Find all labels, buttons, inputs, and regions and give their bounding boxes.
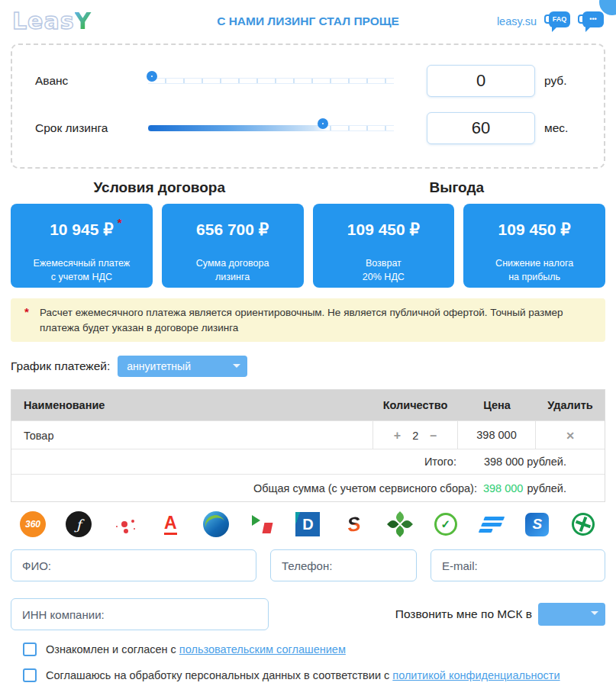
card-monthly-label-1: Ежемесячный платеж	[11, 257, 153, 271]
card-vat-value: 109 450 ₽	[347, 221, 420, 239]
privacy-link[interactable]: политикой конфиденциальности	[392, 669, 560, 681]
terms-link[interactable]: пользовательским соглашением	[179, 643, 346, 655]
chat-icon[interactable]: •••	[578, 10, 604, 33]
card-asterisk: *	[118, 216, 122, 229]
table-header-row: Наименование Количество Цена Удалить	[11, 390, 605, 420]
card-tax-label-1: Снижение налога	[463, 257, 605, 271]
card-monthly-value: 10 945 ₽	[50, 221, 113, 238]
grand-total-label: Общая сумма (с учетом сервисного сбора):	[253, 482, 477, 494]
schedule-select[interactable]: аннуитетный	[118, 356, 247, 377]
bank-alfa-icon[interactable]: А	[156, 510, 185, 538]
agreement-row-terms: Ознакомлен и согласен с пользовательским…	[23, 643, 605, 656]
call-time-label: Позвонить мне по МСК в	[395, 607, 532, 621]
table-row: Товар + 2 – 398 000 ✕	[11, 420, 605, 449]
header: LeasY С НАМИ ЛИЗИНГ СТАЛ ПРОЩЕ leasy.su …	[0, 0, 616, 42]
chevron-down-icon	[233, 364, 240, 368]
grand-total-row: Общая сумма (с учетом сервисного сбора):…	[11, 474, 605, 501]
term-slider[interactable]	[148, 118, 394, 139]
terms-checkbox[interactable]	[23, 643, 37, 656]
faq-bubble-icon: FAQ	[549, 11, 570, 27]
card-contract-sum: 656 700 ₽ Сумма договора лизинга	[162, 204, 304, 288]
logo-text-leas: Leas	[12, 8, 75, 34]
bank-fora-icon[interactable]: ƒ	[64, 510, 93, 538]
advance-label: Аванс	[35, 74, 148, 88]
quantity-stepper: + 2 –	[373, 421, 458, 449]
privacy-checkbox[interactable]	[23, 668, 37, 682]
total-value: 398 000 рублей.	[484, 456, 566, 468]
total-label: Итого:	[424, 456, 456, 468]
advance-row: Аванс руб.	[35, 57, 581, 105]
bank-cross-icon[interactable]	[569, 510, 598, 538]
col-header-qty: Количество	[373, 399, 458, 411]
chat-bubble-icon: •••	[582, 11, 604, 27]
bank-s-blue-icon[interactable]: S	[523, 510, 552, 538]
advance-unit: руб.	[544, 74, 581, 88]
terms-text: Ознакомлен и согласен с	[46, 643, 176, 655]
partner-logos: 360 ƒ А D S ✓ S	[18, 510, 598, 539]
delete-row-icon[interactable]: ✕	[566, 430, 575, 442]
disclaimer-text: Расчет ежемесячного платежа является ори…	[40, 307, 563, 333]
card-contract-label-1: Сумма договора	[162, 257, 304, 271]
call-time-select[interactable]	[538, 603, 605, 626]
card-contract-label-2: лизинга	[162, 271, 304, 285]
card-vat-label-1: Возврат	[313, 257, 455, 271]
total-row: Итого: 398 000 рублей.	[11, 449, 605, 474]
chevron-down-icon	[591, 611, 598, 615]
goods-table: Наименование Количество Цена Удалить Тов…	[11, 389, 605, 502]
advance-slider-handle[interactable]	[147, 71, 157, 82]
col-header-delete: Удалить	[536, 399, 605, 411]
bank-leaf-icon[interactable]	[385, 510, 414, 538]
term-unit: мес.	[544, 121, 581, 135]
advance-slider-track[interactable]	[148, 78, 394, 84]
schedule-label: График платежей:	[11, 359, 110, 373]
site-link[interactable]: leasy.su	[497, 15, 537, 27]
card-vat-return: 109 450 ₽ Возврат 20% НДС	[313, 204, 455, 288]
card-monthly-payment: 10 945 ₽* Ежемесячный платеж с учетом НД…	[11, 204, 153, 288]
grand-total-value: 398 000	[483, 482, 523, 494]
card-tax-reduction: 109 450 ₽ Снижение налога на прибыль	[463, 204, 605, 288]
bank-flags-icon[interactable]	[247, 510, 276, 538]
qty-minus-button[interactable]: –	[430, 430, 437, 442]
bank-360-icon[interactable]: 360	[18, 510, 47, 538]
advance-slider[interactable]	[148, 70, 394, 92]
bank-globe-icon[interactable]	[202, 510, 231, 538]
bank-s-orange-icon[interactable]: S	[340, 510, 369, 538]
col-header-price: Цена	[458, 399, 536, 411]
calculator-panel: Аванс руб. Срок лизинга мес.	[11, 43, 605, 169]
fio-field[interactable]	[11, 549, 256, 581]
card-vat-label-2: 20% НДС	[313, 271, 455, 285]
disclaimer-note: * Расчет ежемесячного платежа является о…	[11, 298, 605, 342]
email-field[interactable]	[431, 549, 605, 581]
col-header-name: Наименование	[11, 399, 373, 411]
card-monthly-label-2: с учетом НДС	[11, 271, 153, 285]
agreement-row-privacy: Соглашаюсь на обработку персональных дан…	[23, 668, 605, 682]
term-slider-handle[interactable]	[318, 118, 328, 129]
bank-d-icon[interactable]: D	[293, 510, 322, 538]
term-slider-fill	[148, 125, 327, 131]
phone-field[interactable]	[270, 549, 417, 581]
leasy-logo[interactable]: LeasY	[12, 8, 92, 34]
logo-text-y: Y	[75, 8, 92, 34]
term-row: Срок лизинга мес.	[35, 105, 581, 152]
qty-plus-button[interactable]: +	[394, 430, 401, 442]
card-contract-value: 656 700 ₽	[196, 221, 269, 239]
privacy-text: Соглашаюсь на обработку персональных дан…	[46, 669, 389, 681]
faq-icon[interactable]: FAQ	[544, 10, 570, 33]
advance-input[interactable]	[427, 65, 535, 97]
conditions-heading: Условия договора	[11, 179, 308, 196]
benefit-heading: Выгода	[308, 179, 606, 196]
bank-stripes-icon[interactable]	[477, 510, 506, 538]
inn-field[interactable]	[11, 598, 269, 630]
grand-total-suffix: рублей.	[527, 482, 566, 494]
disclaimer-asterisk: *	[24, 304, 29, 320]
card-tax-value: 109 450 ₽	[498, 221, 571, 239]
product-price: 398 000	[458, 421, 536, 449]
qty-value: 2	[412, 430, 418, 442]
term-input[interactable]	[427, 112, 535, 144]
card-tax-label-2: на прибыль	[463, 271, 605, 285]
bank-sber-icon[interactable]: ✓	[431, 510, 460, 538]
term-label: Срок лизинга	[35, 121, 148, 135]
result-cards: 10 945 ₽* Ежемесячный платеж с учетом НД…	[11, 204, 605, 288]
schedule-selected-value: аннуитетный	[127, 360, 191, 372]
bank-dots-icon[interactable]	[110, 510, 139, 538]
